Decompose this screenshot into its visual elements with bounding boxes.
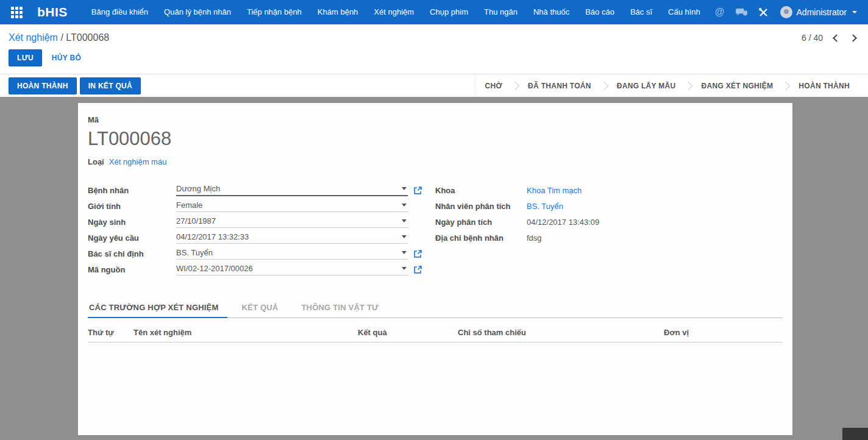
- navbar-systray: @ Administrator: [711, 0, 861, 24]
- scrollbar-thumb[interactable]: [842, 428, 868, 440]
- nav-item-bac-si[interactable]: Bác sĩ: [622, 0, 660, 24]
- code-label: Mã: [88, 115, 783, 124]
- field-nhan-vien-phan-tich: Nhân viên phân tích BS. Tuyển: [435, 198, 777, 214]
- tab-ket-qua[interactable]: KẾT QUẢ: [241, 299, 287, 318]
- nav-item-tiep-nhan-benh[interactable]: Tiếp nhận bệnh: [239, 0, 310, 24]
- form-toolbar: HOÀN THÀNH IN KẾT QUẢ CHỜ ĐÃ THANH TOÁN …: [0, 74, 868, 97]
- analyst-link[interactable]: BS. Tuyển: [527, 202, 563, 211]
- discard-button[interactable]: HỦY BỎ: [44, 50, 88, 66]
- dropdown-caret-icon[interactable]: [402, 267, 407, 270]
- mention-icon[interactable]: @: [711, 0, 729, 24]
- col-header-don-vi[interactable]: Đơn vị: [664, 324, 783, 342]
- print-result-button[interactable]: IN KẾT QUẢ: [80, 77, 141, 94]
- breadcrumb: Xét nghiệm / LT000068: [9, 32, 109, 43]
- nav-item-kham-benh[interactable]: Khám bệnh: [310, 0, 366, 24]
- test-cases-table: Thứ tự Tên xét nghiệm Kết quả Chỉ số tha…: [88, 324, 783, 342]
- field-ngay-sinh: Ngày sinh 27/10/1987: [88, 214, 430, 230]
- external-link-icon[interactable]: [413, 249, 422, 258]
- status-step-cho[interactable]: CHỜ: [475, 82, 512, 90]
- col-header-ket-qua[interactable]: Kết quả: [358, 324, 458, 342]
- chat-icon[interactable]: [733, 0, 751, 24]
- save-button[interactable]: LƯU: [9, 49, 42, 66]
- record-code: LT000068: [88, 128, 783, 150]
- type-value-link[interactable]: Xét nghiệm máu: [109, 157, 167, 166]
- user-menu[interactable]: Administrator: [777, 6, 861, 18]
- breadcrumb-current: LT000068: [66, 32, 109, 43]
- col-header-thu-tu[interactable]: Thứ tự: [88, 324, 133, 342]
- content-area: Mã LT000068 Loại Xét nghiệm máu Bệnh nhâ…: [0, 97, 868, 440]
- nav-item-bao-cao[interactable]: Báo cáo: [577, 0, 622, 24]
- avatar: [780, 6, 792, 18]
- main-menu: Bảng điều khiển Quản lý bệnh nhân Tiếp n…: [84, 0, 711, 24]
- complete-button[interactable]: HOÀN THÀNH: [9, 77, 77, 94]
- nav-item-cau-hinh[interactable]: Cấu hình: [660, 0, 708, 24]
- external-link-icon[interactable]: [413, 186, 422, 195]
- nav-item-xet-nghiem[interactable]: Xét nghiệm: [366, 0, 422, 24]
- source-code-input[interactable]: WI/02-12-2017/00026: [176, 264, 408, 275]
- field-ngay-phan-tich: Ngày phân tích 04/12/2017 13:43:09: [435, 214, 777, 230]
- dropdown-caret-icon[interactable]: [402, 204, 407, 207]
- breadcrumb-parent[interactable]: Xét nghiệm: [9, 32, 58, 43]
- nav-item-thu-ngan[interactable]: Thu ngân: [476, 0, 525, 24]
- breadcrumb-separator: /: [60, 32, 63, 43]
- chevron-down-icon: [852, 11, 857, 13]
- status-step-dang-xet-nghiem[interactable]: ĐANG XÉT NGHIỆM: [691, 82, 783, 90]
- nav-item-quan-ly-benh-nhan[interactable]: Quản lý bệnh nhân: [156, 0, 239, 24]
- dropdown-caret-icon[interactable]: [402, 235, 407, 238]
- pager: 6 / 40: [802, 33, 856, 43]
- patient-address-value: fdsg: [527, 233, 542, 243]
- status-step-da-thanh-toan[interactable]: ĐÃ THANH TOÁN: [518, 82, 601, 90]
- brand-logo[interactable]: bHIS: [37, 5, 68, 20]
- request-date-input[interactable]: 04/12/2017 13:32:33: [176, 232, 408, 244]
- right-field-column: Khoa Khoa Tim mạch Nhân viên phân tích B…: [435, 182, 777, 277]
- control-panel: Xét nghiệm / LT000068 6 / 40 LƯU HỦY BỎ: [0, 24, 868, 74]
- nav-item-bang-dieu-khien[interactable]: Bảng điều khiển: [84, 0, 156, 24]
- analysis-date-value: 04/12/2017 13:43:09: [527, 218, 599, 227]
- field-benh-nhan: Bệnh nhân Dương Mịch: [88, 182, 430, 198]
- apps-grid-icon[interactable]: [11, 7, 23, 18]
- field-ma-nguon: Mã nguồn WI/02-12-2017/00026: [88, 261, 430, 277]
- pager-next-icon[interactable]: [849, 34, 857, 42]
- form-sheet: Mã LT000068 Loại Xét nghiệm máu Bệnh nhâ…: [78, 103, 792, 435]
- statusbar: CHỜ ĐÃ THANH TOÁN ĐANG LẤY MẪU ĐANG XÉT …: [475, 74, 868, 97]
- field-gioi-tinh: Giới tính Female: [88, 198, 430, 214]
- pager-value: 6 / 40: [802, 33, 823, 43]
- col-header-chi-so-tham-chieu[interactable]: Chỉ số tham chiếu: [458, 324, 664, 342]
- external-link-icon[interactable]: [413, 265, 422, 274]
- type-label: Loại: [88, 157, 104, 166]
- notebook-tabs: CÁC TRƯỜNG HỢP XÉT NGHIỆM KẾT QUẢ THÔNG …: [88, 299, 783, 318]
- dropdown-caret-icon[interactable]: [402, 187, 407, 190]
- birthdate-input[interactable]: 27/10/1987: [176, 216, 408, 228]
- left-field-column: Bệnh nhân Dương Mịch Giới tính Female: [88, 182, 430, 277]
- field-ngay-yeu-cau: Ngày yêu cầu 04/12/2017 13:32:33: [88, 230, 430, 246]
- ordering-doctor-input[interactable]: BS. Tuyển: [176, 248, 408, 260]
- col-header-ten-xet-nghiem[interactable]: Tên xét nghiệm: [133, 324, 358, 342]
- user-name: Administrator: [797, 7, 847, 17]
- nav-item-nha-thuoc[interactable]: Nhà thuốc: [525, 0, 577, 24]
- tab-cac-truong-hop-xet-nghiem[interactable]: CÁC TRƯỜNG HỢP XÉT NGHIỆM: [88, 299, 227, 318]
- tools-icon[interactable]: [755, 0, 773, 24]
- department-link[interactable]: Khoa Tim mạch: [527, 186, 582, 195]
- patient-input[interactable]: Dương Mịch: [176, 184, 408, 196]
- gender-input[interactable]: Female: [176, 200, 408, 212]
- pager-previous-icon[interactable]: [833, 34, 841, 42]
- status-step-dang-lay-mau[interactable]: ĐANG LẤY MẪU: [607, 82, 686, 90]
- dropdown-caret-icon[interactable]: [402, 219, 407, 222]
- top-navbar: bHIS Bảng điều khiển Quản lý bệnh nhân T…: [0, 0, 868, 24]
- status-step-hoan-thanh[interactable]: HOÀN THÀNH: [789, 82, 859, 90]
- dropdown-caret-icon[interactable]: [402, 251, 407, 254]
- tab-thong-tin-vat-tu[interactable]: THÔNG TIN VẬT TƯ: [300, 299, 387, 318]
- field-khoa: Khoa Khoa Tim mạch: [435, 182, 777, 198]
- field-bac-si-chi-dinh: Bác sĩ chỉ định BS. Tuyển: [88, 246, 430, 261]
- field-dia-chi-benh-nhan: Địa chỉ bệnh nhân fdsg: [435, 230, 777, 246]
- nav-item-chup-phim[interactable]: Chụp phim: [422, 0, 476, 24]
